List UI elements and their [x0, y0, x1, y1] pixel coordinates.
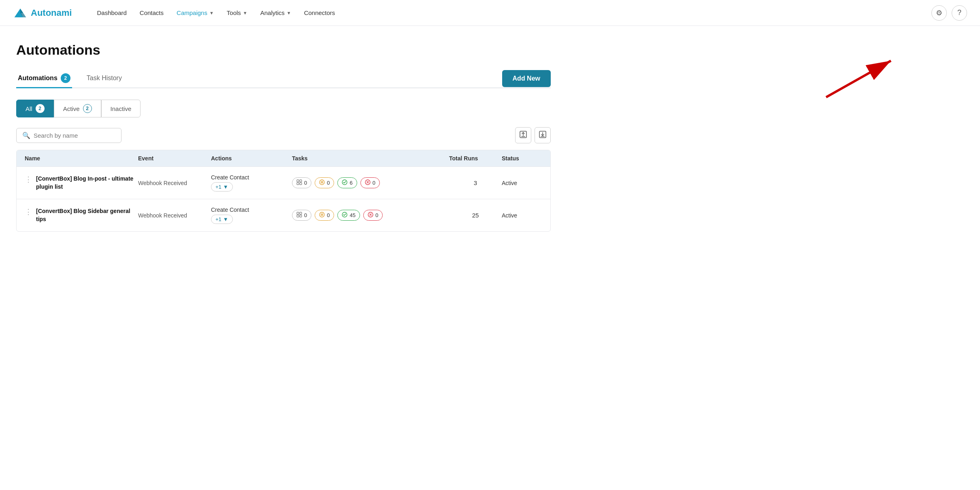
filter-all[interactable]: All 2 [16, 100, 54, 117]
gear-icon: ⚙ [936, 9, 942, 17]
import-button[interactable] [535, 127, 551, 143]
row2-name-cell: ⋮ [ConvertBox] Blog Sidebar general tips [25, 207, 138, 223]
search-row: 🔍 [16, 127, 551, 143]
nav-campaigns[interactable]: Campaigns ▼ [171, 6, 219, 19]
nav-analytics[interactable]: Analytics ▼ [255, 6, 297, 19]
tab-automations[interactable]: Automations 2 [16, 69, 72, 88]
active-badge: 2 [83, 104, 92, 113]
svg-rect-15 [297, 212, 299, 214]
nav-connectors[interactable]: Connectors [298, 6, 341, 19]
col-header-status: Status [502, 155, 542, 162]
table-row: ⋮ [ConvertBox] Blog Sidebar general tips… [17, 199, 550, 231]
import-icon [539, 130, 547, 141]
svg-rect-18 [300, 215, 302, 217]
nav-contacts[interactable]: Contacts [134, 6, 169, 19]
svg-rect-9 [300, 183, 302, 185]
tools-chevron-icon: ▼ [243, 11, 247, 15]
nav-items: Dashboard Contacts Campaigns ▼ Tools ▼ A… [91, 6, 931, 19]
automations-tab-badge: 2 [61, 73, 70, 83]
campaigns-chevron-icon: ▼ [209, 11, 214, 15]
row1-action-more[interactable]: +1 ▼ [211, 182, 233, 192]
search-icon: 🔍 [22, 132, 30, 139]
table-row: ⋮ [ConvertBox] Blog In-post - ultimate p… [17, 166, 550, 199]
logo[interactable]: Autonami [13, 6, 72, 20]
row1-task-paused: 0 [315, 177, 334, 188]
settings-button[interactable]: ⚙ [931, 5, 947, 21]
svg-rect-7 [300, 180, 302, 182]
row1-status: Active [502, 180, 542, 186]
svg-point-10 [320, 180, 324, 185]
svg-rect-20 [321, 213, 322, 216]
col-header-event: Event [138, 155, 211, 162]
row1-handle-icon[interactable]: ⋮ [25, 175, 32, 184]
x-icon [368, 212, 373, 219]
row1-action-chevron-icon: ▼ [223, 184, 228, 190]
svg-rect-8 [297, 183, 299, 185]
export-buttons [515, 127, 551, 143]
nav-tools[interactable]: Tools ▼ [221, 6, 253, 19]
table-header: Name Event Actions Tasks Total Runs Stat… [17, 150, 550, 166]
svg-rect-6 [297, 180, 299, 182]
automations-table: Name Event Actions Tasks Total Runs Stat… [16, 150, 551, 232]
row2-tasks: 0 0 45 0 [292, 210, 449, 221]
col-header-runs: Total Runs [449, 155, 502, 162]
svg-rect-16 [300, 212, 302, 214]
row2-handle-icon[interactable]: ⋮ [25, 207, 32, 216]
row2-status: Active [502, 212, 542, 219]
search-box: 🔍 [16, 128, 121, 143]
export-button[interactable] [515, 127, 531, 143]
svg-rect-17 [297, 215, 299, 217]
row1-name[interactable]: [ConvertBox] Blog In-post - ultimate plu… [36, 175, 138, 191]
row2-task-success: 45 [337, 210, 360, 221]
row2-event: Webhook Received [138, 212, 211, 219]
row1-task-success: 6 [337, 177, 357, 188]
arrow-annotation [802, 49, 915, 107]
svg-line-25 [826, 61, 891, 97]
svg-rect-12 [322, 181, 323, 183]
nav-dashboard[interactable]: Dashboard [91, 6, 132, 19]
row1-actions: Create Contact +1 ▼ [211, 174, 292, 192]
tabs-row: Automations 2 Task History Add New [16, 69, 551, 88]
queued-icon [296, 179, 302, 186]
col-header-name: Name [25, 155, 138, 162]
check-icon [342, 179, 347, 186]
svg-rect-11 [321, 181, 322, 183]
logo-text: Autonami [31, 8, 72, 18]
row2-name[interactable]: [ConvertBox] Blog Sidebar general tips [36, 207, 138, 223]
col-header-actions: Actions [211, 155, 292, 162]
filter-inactive[interactable]: Inactive [101, 100, 141, 117]
x-icon [365, 179, 371, 186]
tab-task-history[interactable]: Task History [85, 70, 124, 87]
col-header-tasks: Tasks [292, 155, 449, 162]
help-icon: ? [957, 9, 961, 17]
row1-name-cell: ⋮ [ConvertBox] Blog In-post - ultimate p… [25, 175, 138, 191]
row2-task-paused: 0 [315, 210, 334, 221]
logo-icon [13, 6, 28, 20]
row2-task-error: 0 [363, 210, 383, 221]
row1-tasks: 0 0 6 0 [292, 177, 449, 188]
row1-event: Webhook Received [138, 180, 211, 186]
search-input[interactable] [34, 132, 115, 139]
svg-rect-21 [322, 213, 323, 216]
svg-point-19 [320, 212, 324, 217]
row1-runs: 3 [449, 179, 502, 186]
row1-task-queued: 0 [292, 177, 311, 188]
add-new-button[interactable]: Add New [502, 70, 551, 87]
row1-task-error: 0 [360, 177, 380, 188]
pause-icon [319, 212, 325, 219]
analytics-chevron-icon: ▼ [287, 11, 291, 15]
pause-icon [319, 179, 325, 186]
filter-active[interactable]: Active 2 [54, 100, 101, 117]
row2-action-chevron-icon: ▼ [223, 216, 228, 222]
row2-action-more[interactable]: +1 ▼ [211, 215, 233, 224]
red-arrow-svg [802, 49, 915, 105]
page-title: Automations [16, 42, 551, 58]
row2-actions: Create Contact +1 ▼ [211, 207, 292, 224]
queued-icon [296, 212, 302, 219]
row2-runs: 25 [449, 212, 502, 219]
all-badge: 2 [36, 104, 45, 113]
nav-icons: ⚙ ? [931, 5, 967, 21]
row2-task-queued: 0 [292, 210, 311, 221]
export-icon [519, 130, 527, 141]
help-button[interactable]: ? [952, 5, 967, 21]
